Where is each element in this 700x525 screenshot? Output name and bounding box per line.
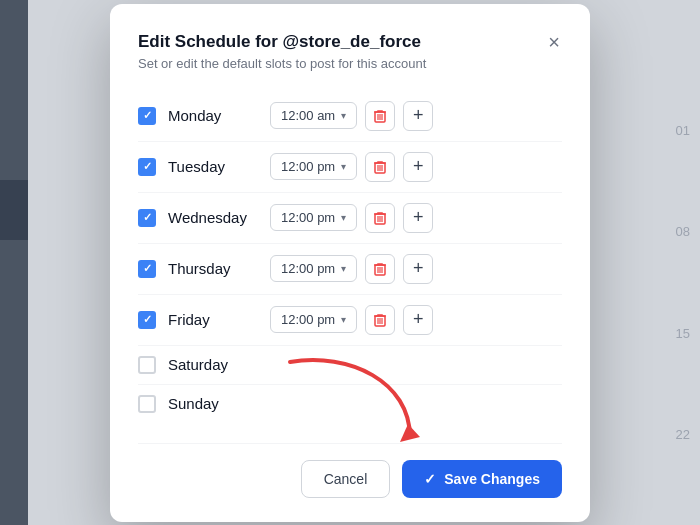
time-value-tuesday: 12:00 pm — [281, 159, 335, 174]
delete-slot-friday[interactable] — [365, 305, 395, 335]
plus-icon: + — [413, 105, 424, 126]
time-slots-wednesday: 12:00 pm▾+ — [270, 203, 562, 233]
add-slot-monday[interactable]: + — [403, 101, 433, 131]
chevron-down-icon: ▾ — [341, 263, 346, 274]
time-slots-friday: 12:00 pm▾+ — [270, 305, 562, 335]
sidebar-accent — [0, 0, 28, 525]
trash-icon — [374, 313, 386, 327]
check-mark: ✓ — [143, 212, 152, 223]
bg-label-22: 22 — [676, 427, 690, 442]
trash-icon — [374, 211, 386, 225]
time-dropdown-tuesday[interactable]: 12:00 pm▾ — [270, 153, 357, 180]
trash-icon — [374, 262, 386, 276]
checkbox-wednesday[interactable]: ✓ — [138, 209, 156, 227]
close-button[interactable]: × — [546, 32, 562, 52]
time-slots-thursday: 12:00 pm▾+ — [270, 254, 562, 284]
modal-title: Edit Schedule for @store_de_force — [138, 32, 421, 52]
bg-label-15: 15 — [676, 326, 690, 341]
checkbox-tuesday[interactable]: ✓ — [138, 158, 156, 176]
time-dropdown-monday[interactable]: 12:00 am▾ — [270, 102, 357, 129]
checkbox-thursday[interactable]: ✓ — [138, 260, 156, 278]
plus-icon: + — [413, 258, 424, 279]
days-container: ✓Monday12:00 am▾+✓Tuesday12:00 pm▾+✓Wedn… — [138, 91, 562, 423]
modal-footer: Cancel ✓ Save Changes — [138, 443, 562, 498]
day-row-tuesday: ✓Tuesday12:00 pm▾+ — [138, 142, 562, 193]
svg-marker-25 — [400, 424, 420, 442]
check-mark: ✓ — [143, 110, 152, 121]
time-value-monday: 12:00 am — [281, 108, 335, 123]
modal-header: Edit Schedule for @store_de_force × — [138, 32, 562, 52]
day-label-tuesday: Tuesday — [168, 158, 258, 175]
bg-label-08: 08 — [676, 224, 690, 239]
delete-slot-tuesday[interactable] — [365, 152, 395, 182]
day-row-friday: ✓Friday12:00 pm▾+ — [138, 295, 562, 346]
time-value-thursday: 12:00 pm — [281, 261, 335, 276]
bg-label-01: 01 — [676, 123, 690, 138]
time-dropdown-friday[interactable]: 12:00 pm▾ — [270, 306, 357, 333]
add-slot-friday[interactable]: + — [403, 305, 433, 335]
day-row-sunday: Sunday — [138, 385, 562, 423]
day-label-saturday: Saturday — [168, 356, 258, 373]
calendar-bg-labels: 01 08 15 22 — [676, 0, 690, 525]
day-row-wednesday: ✓Wednesday12:00 pm▾+ — [138, 193, 562, 244]
time-dropdown-wednesday[interactable]: 12:00 pm▾ — [270, 204, 357, 231]
day-label-sunday: Sunday — [168, 395, 258, 412]
add-slot-thursday[interactable]: + — [403, 254, 433, 284]
chevron-down-icon: ▾ — [341, 110, 346, 121]
day-label-monday: Monday — [168, 107, 258, 124]
check-mark: ✓ — [143, 263, 152, 274]
trash-icon — [374, 160, 386, 174]
trash-icon — [374, 109, 386, 123]
plus-icon: + — [413, 309, 424, 330]
sidebar-accent-bar — [0, 180, 28, 240]
time-slots-tuesday: 12:00 pm▾+ — [270, 152, 562, 182]
checkbox-saturday[interactable] — [138, 356, 156, 374]
time-dropdown-thursday[interactable]: 12:00 pm▾ — [270, 255, 357, 282]
checkbox-friday[interactable]: ✓ — [138, 311, 156, 329]
day-row-thursday: ✓Thursday12:00 pm▾+ — [138, 244, 562, 295]
save-button[interactable]: ✓ Save Changes — [402, 460, 562, 498]
day-row-monday: ✓Monday12:00 am▾+ — [138, 91, 562, 142]
checkbox-monday[interactable]: ✓ — [138, 107, 156, 125]
edit-schedule-modal: Edit Schedule for @store_de_force × Set … — [110, 4, 590, 522]
delete-slot-wednesday[interactable] — [365, 203, 395, 233]
cancel-button[interactable]: Cancel — [301, 460, 391, 498]
day-label-thursday: Thursday — [168, 260, 258, 277]
save-button-label: Save Changes — [444, 471, 540, 487]
delete-slot-monday[interactable] — [365, 101, 395, 131]
plus-icon: + — [413, 207, 424, 228]
time-value-friday: 12:00 pm — [281, 312, 335, 327]
save-check-icon: ✓ — [424, 471, 436, 487]
checkbox-sunday[interactable] — [138, 395, 156, 413]
day-label-wednesday: Wednesday — [168, 209, 258, 226]
add-slot-tuesday[interactable]: + — [403, 152, 433, 182]
plus-icon: + — [413, 156, 424, 177]
day-label-friday: Friday — [168, 311, 258, 328]
chevron-down-icon: ▾ — [341, 161, 346, 172]
check-mark: ✓ — [143, 161, 152, 172]
time-value-wednesday: 12:00 pm — [281, 210, 335, 225]
chevron-down-icon: ▾ — [341, 314, 346, 325]
delete-slot-thursday[interactable] — [365, 254, 395, 284]
time-slots-monday: 12:00 am▾+ — [270, 101, 562, 131]
day-row-saturday: Saturday — [138, 346, 562, 385]
chevron-down-icon: ▾ — [341, 212, 346, 223]
add-slot-wednesday[interactable]: + — [403, 203, 433, 233]
modal-subtitle: Set or edit the default slots to post fo… — [138, 56, 562, 71]
check-mark: ✓ — [143, 314, 152, 325]
